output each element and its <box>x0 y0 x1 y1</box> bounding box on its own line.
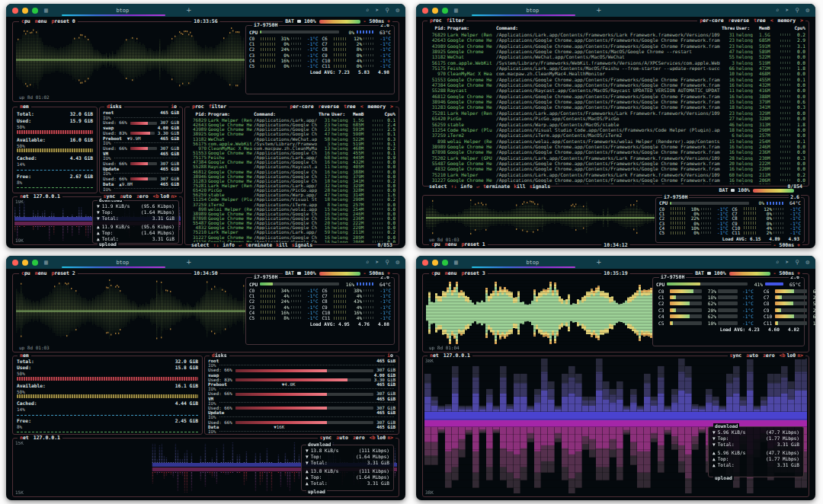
tab-cpu[interactable]: cpu <box>21 270 30 277</box>
process-row[interactable]: 65420PicGo/Applications/PicGo.app/Conten… <box>423 116 809 121</box>
traffic-light[interactable] <box>442 260 448 266</box>
terminal-tab[interactable]: btop <box>62 260 184 266</box>
pin-icon[interactable]: ⚲ <box>795 259 799 266</box>
menu-button[interactable]: menu <box>35 18 47 25</box>
process-row[interactable]: 38989Google Chrome He/Applications/Googl… <box>423 144 809 149</box>
sort-right[interactable]: > <box>800 18 803 24</box>
settings-icon[interactable]: ⚙ <box>805 259 809 266</box>
terminal-tab[interactable]: btop <box>472 260 594 266</box>
disks-io-toggle[interactable]: io <box>387 352 393 359</box>
navigate-icon[interactable]: ➤ <box>785 259 789 266</box>
proc-filter[interactable]: filter <box>447 18 465 24</box>
proc-action[interactable]: info <box>223 242 235 248</box>
process-row[interactable]: 56259stable/Applications/Warp.app/Conten… <box>423 122 809 127</box>
rate-increase[interactable]: + <box>387 270 390 276</box>
process-row[interactable]: 4832Google Chrome He/Applications/Google… <box>423 166 809 171</box>
proc-tree[interactable]: tree <box>754 18 766 24</box>
new-tab-button[interactable]: + <box>597 258 601 266</box>
traffic-light[interactable] <box>432 8 438 14</box>
proc-action[interactable]: ↑↓ <box>450 183 456 190</box>
net-auto[interactable]: auto <box>120 193 132 200</box>
rate-increase[interactable]: + <box>797 270 800 276</box>
proc-per-core[interactable]: per-core <box>290 104 313 110</box>
traffic-light[interactable] <box>12 260 18 266</box>
settings-icon[interactable]: ⚙ <box>395 7 399 14</box>
pin-icon[interactable]: ⚲ <box>385 7 389 14</box>
traffic-light[interactable] <box>32 8 38 14</box>
proc-action[interactable]: signals <box>292 242 312 248</box>
traffic-light[interactable] <box>32 260 38 266</box>
iface-prev[interactable]: <b <box>153 193 159 200</box>
rate-decrease[interactable]: - <box>363 270 367 276</box>
settings-icon[interactable]: ⚙ <box>805 7 809 14</box>
disks-io-toggle[interactable]: io <box>171 104 177 110</box>
tab-cpu[interactable]: cpu <box>431 270 440 277</box>
preset-button[interactable]: preset 0 <box>51 18 75 25</box>
sort-right[interactable]: > <box>390 104 393 110</box>
tab-mem[interactable]: mem <box>20 352 29 359</box>
menu-button[interactable]: menu <box>445 241 457 248</box>
navigate-icon[interactable]: ➤ <box>375 7 379 14</box>
search-icon[interactable]: ⌕ <box>366 7 370 14</box>
process-row[interactable]: 31283Google Chrome He/Applications/Googl… <box>423 104 809 110</box>
process-row[interactable]: 87898Google Chrome He/Applications/Googl… <box>423 149 809 155</box>
proc-action[interactable]: ↑↓ <box>213 242 219 248</box>
iface-next[interactable]: n> <box>387 435 393 442</box>
proc-action[interactable]: terminate <box>483 183 510 190</box>
proc-action[interactable]: info <box>460 183 472 190</box>
process-row[interactable]: 43989Google Chrome He/Applications/Googl… <box>423 43 809 49</box>
process-row[interactable]: 47384Google Chrome He/Applications/Googl… <box>423 82 809 88</box>
process-row[interactable]: 11254Code Helper (Plu/Applications/Visua… <box>423 127 809 132</box>
search-icon[interactable]: ⌕ <box>776 7 780 14</box>
net-sync[interactable]: sync <box>730 352 742 359</box>
traffic-light[interactable] <box>432 260 438 266</box>
proc-action[interactable]: kill <box>514 183 526 190</box>
tab-net[interactable]: net <box>20 193 29 200</box>
net-zero[interactable]: zero <box>136 193 149 200</box>
process-row[interactable]: 56175com.apple.WebKit/System/Library/Fra… <box>423 60 809 65</box>
search-icon[interactable]: ⌕ <box>366 259 370 266</box>
process-row[interactable]: 76829Lark Helper (Ren/Applications/Lark.… <box>423 32 809 37</box>
rate-decrease[interactable]: - <box>773 242 777 248</box>
proc-tree[interactable]: tree <box>344 104 356 110</box>
process-row[interactable]: 31227Google Chrome He/Applications/Googl… <box>423 177 809 183</box>
process-row[interactable]: 13182WeChat/Applications/WeChat.app/Cont… <box>423 54 809 59</box>
navigate-icon[interactable]: ➤ <box>375 259 379 266</box>
tab-cpu[interactable]: cpu <box>431 241 440 248</box>
traffic-light[interactable] <box>442 8 448 14</box>
settings-icon[interactable]: ⚙ <box>395 259 399 266</box>
new-tab-button[interactable]: + <box>187 258 191 266</box>
iface-next[interactable]: n> <box>797 352 803 359</box>
tab-disks[interactable]: disks <box>107 104 122 110</box>
sort-left[interactable]: < <box>360 104 363 110</box>
traffic-light[interactable] <box>12 8 18 14</box>
net-sync[interactable]: sync <box>104 193 116 200</box>
process-row[interactable]: 75281Lark Helper (Ren/Applications/Lark.… <box>423 110 809 116</box>
tab-mem[interactable]: mem <box>20 104 29 110</box>
process-row[interactable]: 37259iTerm2/Applications/iTerm.app/Conte… <box>423 132 809 138</box>
preset-button[interactable]: preset 2 <box>51 270 75 277</box>
process-row[interactable]: 46812Google Chrome He/Applications/Googl… <box>423 94 809 99</box>
proc-action[interactable]: select <box>429 183 447 190</box>
proc-action[interactable]: signals <box>530 183 550 190</box>
net-zero[interactable]: zero <box>353 435 365 442</box>
proc-action[interactable]: select <box>191 242 209 248</box>
terminal-tab[interactable]: btop <box>62 8 184 14</box>
net-auto[interactable]: auto <box>746 352 758 359</box>
process-row[interactable]: 75210Lark Helper/Applications/Lark.app/C… <box>423 172 809 177</box>
traffic-light[interactable] <box>422 8 428 14</box>
new-tab-button[interactable]: + <box>187 6 191 14</box>
proc-action[interactable]: ↵ <box>239 242 242 248</box>
preset-button[interactable]: preset 1 <box>461 241 485 248</box>
process-row[interactable]: 75175Feishu/Applications/Lark.app/Conten… <box>423 65 809 71</box>
iface-prev[interactable]: <b <box>780 352 786 359</box>
proc-action[interactable]: kill <box>276 242 288 248</box>
iface-next[interactable]: n> <box>171 193 177 200</box>
sort-left[interactable]: < <box>770 18 773 24</box>
process-row[interactable]: 51553Google Chrome He/Applications/Googl… <box>423 77 809 82</box>
proc-reverse[interactable]: reverse <box>729 18 749 24</box>
proc-per-core[interactable]: per-core <box>700 18 723 24</box>
net-auto[interactable]: auto <box>336 435 348 442</box>
process-row[interactable]: 898wolai Helper (Re/Applications/wolai.a… <box>423 139 809 144</box>
rate-decrease[interactable]: - <box>363 18 367 24</box>
